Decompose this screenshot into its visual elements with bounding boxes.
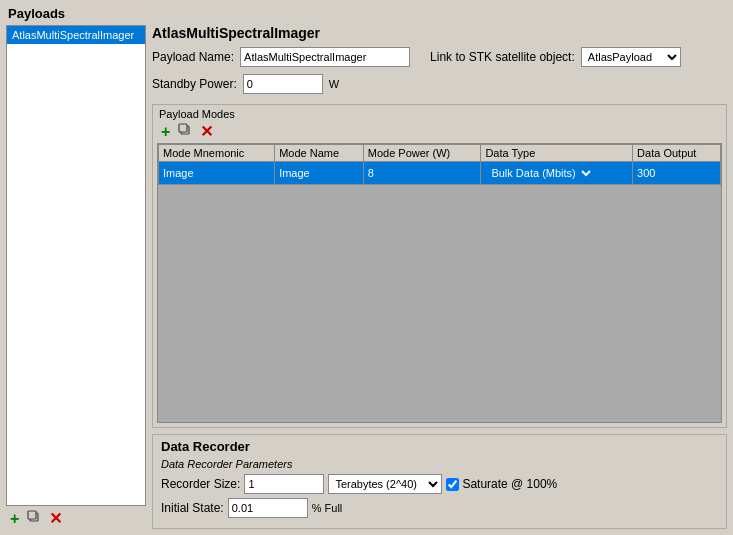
modes-add-button[interactable]: +: [159, 124, 172, 140]
saturate-checkbox-label[interactable]: Saturate @ 100%: [446, 477, 557, 491]
col-data-type: Data Type: [481, 145, 633, 162]
stk-link-select[interactable]: AtlasPayload: [581, 47, 681, 67]
left-copy-button[interactable]: [25, 510, 43, 527]
left-delete-button[interactable]: ✕: [47, 511, 64, 527]
modes-copy-icon: [178, 123, 192, 137]
saturate-label-text: Saturate @ 100%: [462, 477, 557, 491]
table-row[interactable]: Image Image 8 Bulk Data (Mbits) 300: [159, 162, 721, 185]
initial-state-label: Initial State:: [161, 501, 224, 515]
data-recorder-box: Data Recorder Data Recorder Parameters R…: [152, 434, 727, 529]
left-toolbar: + ✕: [6, 506, 146, 529]
recorder-size-input[interactable]: [244, 474, 324, 494]
name-row-group: Payload Name: Link to STK satellite obje…: [152, 47, 727, 71]
svg-rect-1: [28, 511, 36, 519]
payload-name-label: Payload Name:: [152, 50, 234, 64]
modes-copy-button[interactable]: [176, 123, 194, 140]
cell-name: Image: [275, 162, 364, 185]
modes-table-container: Mode Mnemonic Mode Name Mode Power (W) D…: [157, 143, 722, 423]
modes-table-header: Mode Mnemonic Mode Name Mode Power (W) D…: [159, 145, 721, 162]
standby-power-input[interactable]: [243, 74, 323, 94]
content-area: AtlasMultiSpectralImager + ✕ AtlasMultiS…: [0, 25, 733, 535]
payload-modes-title: Payload Modes: [153, 105, 726, 121]
payload-name-row: Payload Name:: [152, 47, 410, 67]
copy-icon: [27, 510, 41, 524]
stk-link-row: Link to STK satellite object: AtlasPaylo…: [430, 47, 681, 67]
cell-mnemonic: Image: [159, 162, 275, 185]
top-form: Payload Name: Link to STK satellite obje…: [152, 47, 727, 98]
col-data-output: Data Output: [633, 145, 721, 162]
initial-state-row: Initial State: % Full: [161, 498, 718, 518]
data-recorder-sub-title: Data Recorder Parameters: [161, 458, 718, 470]
col-mode-power: Mode Power (W): [363, 145, 481, 162]
standby-power-row: Standby Power: W: [152, 74, 727, 94]
cell-data-output: 300: [633, 162, 721, 185]
recorder-size-label: Recorder Size:: [161, 477, 240, 491]
modes-table-body: Image Image 8 Bulk Data (Mbits) 300: [159, 162, 721, 185]
data-recorder-title: Data Recorder: [161, 439, 718, 454]
col-mode-name: Mode Name: [275, 145, 364, 162]
main-container: Payloads AtlasMultiSpectralImager + ✕ At…: [0, 0, 733, 535]
payload-list-item[interactable]: AtlasMultiSpectralImager: [7, 26, 145, 44]
initial-state-unit: % Full: [312, 502, 343, 514]
standby-power-label: Standby Power:: [152, 77, 237, 91]
recorder-size-row: Recorder Size: Terabytes (2^40) Gigabyte…: [161, 474, 718, 494]
recorder-size-unit-select[interactable]: Terabytes (2^40) Gigabytes (2^30) Megaby…: [328, 474, 442, 494]
svg-rect-3: [179, 124, 187, 132]
data-type-select[interactable]: Bulk Data (Mbits): [485, 164, 594, 182]
cell-data-type: Bulk Data (Mbits): [481, 162, 633, 185]
modes-delete-button[interactable]: ✕: [198, 124, 215, 140]
payload-modes-box: Payload Modes + ✕ Mo: [152, 104, 727, 428]
initial-state-input[interactable]: [228, 498, 308, 518]
left-panel: AtlasMultiSpectralImager + ✕: [6, 25, 146, 529]
right-title: AtlasMultiSpectralImager: [152, 25, 727, 41]
modes-toolbar: + ✕: [153, 121, 726, 143]
page-title: Payloads: [0, 0, 733, 25]
payload-name-input[interactable]: [240, 47, 410, 67]
right-panel: AtlasMultiSpectralImager Payload Name: L…: [152, 25, 727, 529]
payload-list: AtlasMultiSpectralImager: [6, 25, 146, 506]
cell-power: 8: [363, 162, 481, 185]
col-mode-mnemonic: Mode Mnemonic: [159, 145, 275, 162]
modes-table: Mode Mnemonic Mode Name Mode Power (W) D…: [158, 144, 721, 185]
left-add-button[interactable]: +: [8, 511, 21, 527]
stk-link-label: Link to STK satellite object:: [430, 50, 575, 64]
standby-power-unit: W: [329, 78, 339, 90]
saturate-checkbox[interactable]: [446, 478, 459, 491]
